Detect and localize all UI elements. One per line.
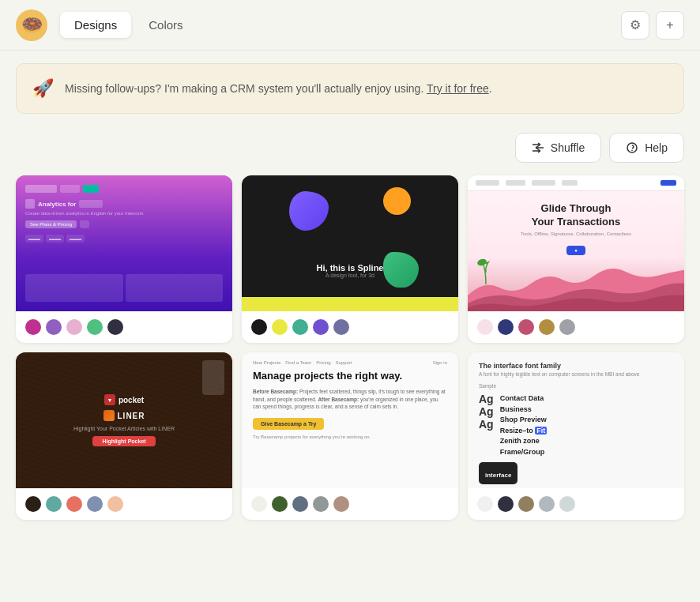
font-word-6: Frame/Group [500, 447, 673, 458]
rocket-icon: 🚀 [32, 78, 54, 99]
blob-purple [289, 191, 329, 231]
promo-banner: 🚀 Missing follow-ups? I'm making a CRM s… [16, 63, 684, 114]
hills-svg [468, 264, 684, 311]
cards-grid: Analytics for Create data-driven analyti… [0, 175, 700, 536]
color-swatch [25, 496, 41, 512]
color-swatch [559, 319, 575, 335]
card-statbot[interactable]: Analytics for Create data-driven analyti… [16, 175, 232, 343]
card-preview-3: Glide ThroughYour Transactions Tools, Of… [468, 175, 684, 311]
card-preview-1: Analytics for Create data-driven analyti… [16, 175, 232, 311]
color-swatch [87, 496, 103, 512]
font-word-5: Zenith zone [500, 436, 673, 447]
add-icon: + [666, 18, 673, 32]
settings-button[interactable]: ⚙ [621, 11, 649, 40]
color-swatch [477, 496, 493, 512]
tab-designs[interactable]: Designs [60, 12, 131, 38]
color-swatch [272, 496, 288, 512]
color-swatch [251, 319, 267, 335]
actions-row: Shuffle Help [0, 126, 700, 175]
color-swatch [25, 319, 41, 335]
card-pocket-liner[interactable]: ▼ pocket LINER Highlight Your Pocket Art… [16, 352, 232, 520]
interface-badge-text: interface [485, 472, 511, 479]
color-swatch [87, 319, 103, 335]
color-swatch [539, 319, 555, 335]
color-swatch [333, 319, 349, 335]
banner-link[interactable]: Try it for free [427, 82, 489, 95]
card-colors-3 [468, 311, 684, 343]
font-word-2: Business [500, 404, 673, 416]
color-swatch [518, 319, 534, 335]
header-actions: ⚙ + [621, 11, 684, 40]
card-interface-font[interactable]: The interface font family A font for hig… [468, 352, 684, 520]
color-swatch [292, 319, 308, 335]
add-button[interactable]: + [656, 11, 684, 40]
spline-bottom-bar [242, 297, 458, 311]
settings-icon: ⚙ [630, 17, 641, 32]
color-swatch [518, 496, 534, 512]
spline-title: Hi, this is Spline [317, 263, 384, 273]
color-swatch [272, 319, 288, 335]
basecamp-headline: Manage projects the right way. [253, 370, 447, 383]
card-colors-1 [16, 311, 232, 343]
liner-label: LINER [118, 412, 145, 420]
color-swatch [107, 496, 123, 512]
card-preview-6: The interface font family A font for hig… [468, 352, 684, 488]
color-swatch [313, 496, 329, 512]
color-swatch [313, 319, 329, 335]
card-basecamp[interactable]: New Projects Find a Team Pricing Support… [242, 352, 458, 520]
pocket-liner-content: ▼ pocket LINER Highlight Your Pocket Art… [16, 352, 232, 488]
color-swatch [66, 319, 82, 335]
card-preview-5: New Projects Find a Team Pricing Support… [242, 352, 458, 488]
color-swatch [107, 319, 123, 335]
logo-emoji: 🍩 [21, 15, 43, 36]
help-button[interactable]: Help [609, 133, 684, 163]
font-word-3: Shop Preview [500, 415, 673, 426]
color-swatch [46, 496, 62, 512]
card-preview-2: Hi, this is Spline A design tool, for 3d [242, 175, 458, 311]
color-swatch [333, 496, 349, 512]
help-label: Help [645, 141, 668, 154]
basecamp-sub: Try Basecamp projects for everything you… [253, 435, 447, 439]
shuffle-button[interactable]: Shuffle [515, 133, 601, 163]
color-swatch [477, 319, 493, 335]
liner-subtitle: Highlight Your Pocket Articles with LINE… [73, 426, 175, 431]
shuffle-label: Shuffle [551, 141, 585, 154]
phone-mockup [202, 360, 224, 395]
tab-colors[interactable]: Colors [134, 12, 197, 38]
font-aa-3: Ag [479, 419, 494, 430]
shuffle-icon [532, 141, 544, 154]
font-aa-2: Ag [479, 406, 494, 417]
card-colors-4 [16, 488, 232, 520]
font-subtitle: A font for highly legible text on comput… [479, 371, 673, 377]
color-swatch [46, 319, 62, 335]
color-swatch [292, 496, 308, 512]
app-header: 🍩 Designs Colors ⚙ + [0, 0, 700, 51]
svg-point-1 [476, 258, 487, 267]
plant-icon [474, 253, 498, 284]
svg-point-0 [627, 143, 637, 152]
app-logo: 🍩 [16, 9, 47, 41]
card-colors-2 [242, 311, 458, 343]
spline-subtitle: A design tool, for 3d [317, 273, 384, 278]
basecamp-cta: Give Basecamp a Try [253, 418, 324, 430]
color-swatch [498, 319, 514, 335]
font-title: The interface font family [479, 362, 673, 370]
blob-green [383, 252, 419, 288]
card-colors-5 [242, 488, 458, 520]
color-swatch [251, 496, 267, 512]
color-swatch [66, 496, 82, 512]
card-spline[interactable]: Hi, this is Spline A design tool, for 3d [242, 175, 458, 343]
banner-text: Missing follow-ups? I'm making a CRM sys… [65, 81, 492, 97]
color-swatch [539, 496, 555, 512]
card-preview-4: ▼ pocket LINER Highlight Your Pocket Art… [16, 352, 232, 488]
interface-badge: interface [479, 462, 517, 484]
blob-orange [383, 187, 411, 215]
font-sample-label: Sample [479, 383, 673, 389]
pocket-label: pocket [119, 396, 144, 404]
main-nav: Designs Colors [60, 12, 198, 38]
liner-cta: Highlight Pocket [92, 436, 155, 446]
help-icon [626, 141, 638, 154]
font-word-4: Resize–to Fit [500, 426, 673, 437]
card-glide[interactable]: Glide ThroughYour Transactions Tools, Of… [468, 175, 684, 343]
font-aa-1: Ag [479, 393, 494, 404]
